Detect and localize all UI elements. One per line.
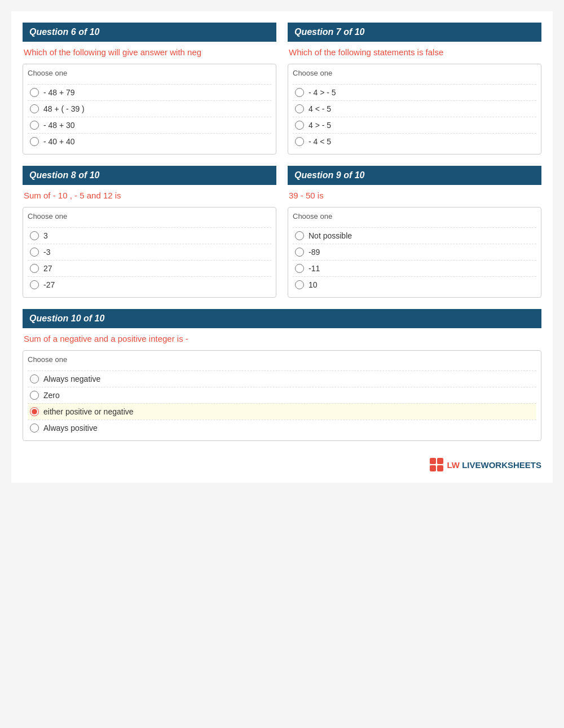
radio-q7c[interactable] bbox=[295, 121, 304, 130]
question-header-q8: Question 8 of 10 bbox=[23, 166, 276, 185]
choice-item-q6c[interactable]: - 48 + 30 bbox=[28, 117, 271, 133]
choice-item-q6b[interactable]: 48 + ( - 39 ) bbox=[28, 100, 271, 117]
choice-item-q10d[interactable]: Always positive bbox=[28, 420, 536, 436]
choice-label-q9c: -11 bbox=[309, 264, 320, 273]
footer-brand: LW LIVEWORKSHEETS bbox=[447, 460, 541, 470]
question-block-q10: Question 10 of 10Sum of a negative and a… bbox=[23, 309, 541, 441]
radio-q8a[interactable] bbox=[30, 231, 39, 240]
choice-label-q8b: -3 bbox=[43, 248, 50, 257]
choice-label-q7c: 4 > - 5 bbox=[309, 121, 331, 130]
choice-item-q7a[interactable]: - 4 > - 5 bbox=[293, 84, 536, 100]
liveworksheets-logo-icon bbox=[430, 458, 443, 471]
choice-item-q6d[interactable]: - 40 + 40 bbox=[28, 133, 271, 149]
radio-q7b[interactable] bbox=[295, 104, 304, 113]
choice-label-q10a: Always negative bbox=[43, 374, 100, 383]
question-text-q9: 39 - 50 is bbox=[288, 191, 541, 200]
radio-q10d[interactable] bbox=[30, 423, 39, 433]
choice-item-q8c[interactable]: 27 bbox=[28, 260, 271, 276]
question-block-q6: Question 6 of 10Which of the following w… bbox=[23, 23, 276, 155]
radio-q7d[interactable] bbox=[295, 137, 304, 146]
choice-label-q7b: 4 < - 5 bbox=[309, 104, 331, 113]
radio-q9a[interactable] bbox=[295, 231, 304, 240]
choice-item-q7c[interactable]: 4 > - 5 bbox=[293, 117, 536, 133]
radio-q8b[interactable] bbox=[30, 248, 39, 257]
radio-q6a[interactable] bbox=[30, 88, 39, 97]
choice-item-q9c[interactable]: -11 bbox=[293, 260, 536, 276]
radio-q7a[interactable] bbox=[295, 88, 304, 97]
choice-item-q9b[interactable]: -89 bbox=[293, 244, 536, 260]
radio-q6b[interactable] bbox=[30, 104, 39, 113]
choose-label-q7: Choose one bbox=[293, 69, 536, 80]
choice-item-q10b[interactable]: Zero bbox=[28, 387, 536, 403]
question-block-q7: Question 7 of 10Which of the following s… bbox=[288, 23, 541, 155]
choice-label-q10b: Zero bbox=[43, 391, 60, 400]
questions-grid: Question 6 of 10Which of the following w… bbox=[23, 23, 541, 441]
choice-item-q8a[interactable]: 3 bbox=[28, 227, 271, 244]
radio-q10c[interactable] bbox=[30, 407, 39, 416]
footer: LW LIVEWORKSHEETS bbox=[23, 458, 541, 471]
choice-item-q7b[interactable]: 4 < - 5 bbox=[293, 100, 536, 117]
choice-label-q6a: - 48 + 79 bbox=[43, 88, 75, 97]
choose-label-q10: Choose one bbox=[28, 355, 536, 366]
choice-label-q6d: - 40 + 40 bbox=[43, 137, 75, 146]
radio-q6d[interactable] bbox=[30, 137, 39, 146]
choice-item-q6a[interactable]: - 48 + 79 bbox=[28, 84, 271, 100]
question-block-q9: Question 9 of 1039 - 50 isChoose oneNot … bbox=[288, 166, 541, 298]
question-header-q10: Question 10 of 10 bbox=[23, 309, 541, 328]
choice-item-q10c[interactable]: either positive or negative bbox=[28, 403, 536, 420]
choice-label-q7a: - 4 > - 5 bbox=[309, 88, 336, 97]
choice-label-q9b: -89 bbox=[309, 248, 320, 257]
choose-label-q6: Choose one bbox=[28, 69, 271, 80]
radio-q8c[interactable] bbox=[30, 264, 39, 273]
choices-box-q6: Choose one- 48 + 7948 + ( - 39 )- 48 + 3… bbox=[23, 64, 276, 155]
question-header-q7: Question 7 of 10 bbox=[288, 23, 541, 42]
page: Question 6 of 10Which of the following w… bbox=[11, 11, 553, 483]
choice-label-q9d: 10 bbox=[309, 280, 318, 289]
choice-label-q10c: either positive or negative bbox=[43, 407, 134, 416]
choice-item-q8d[interactable]: -27 bbox=[28, 276, 271, 293]
choice-label-q7d: - 4 < 5 bbox=[309, 137, 331, 146]
choices-box-q7: Choose one- 4 > - 54 < - 54 > - 5- 4 < 5 bbox=[288, 64, 541, 155]
choice-item-q9a[interactable]: Not possible bbox=[293, 227, 536, 244]
question-text-q7: Which of the following statements is fal… bbox=[288, 47, 541, 57]
radio-q9d[interactable] bbox=[295, 280, 304, 289]
radio-q6c[interactable] bbox=[30, 121, 39, 130]
choose-label-q9: Choose one bbox=[293, 212, 536, 223]
question-text-q6: Which of the following will give answer … bbox=[23, 47, 276, 57]
question-header-q9: Question 9 of 10 bbox=[288, 166, 541, 185]
choice-label-q8a: 3 bbox=[43, 231, 48, 240]
choice-label-q8d: -27 bbox=[43, 280, 55, 289]
question-text-q10: Sum of a negative and a positive integer… bbox=[23, 334, 541, 343]
radio-q8d[interactable] bbox=[30, 280, 39, 289]
choices-box-q9: Choose oneNot possible-89-1110 bbox=[288, 207, 541, 298]
choice-item-q7d[interactable]: - 4 < 5 bbox=[293, 133, 536, 149]
radio-q10b[interactable] bbox=[30, 391, 39, 400]
radio-q9c[interactable] bbox=[295, 264, 304, 273]
radio-q9b[interactable] bbox=[295, 248, 304, 257]
choices-box-q8: Choose one3-327-27 bbox=[23, 207, 276, 298]
question-header-q6: Question 6 of 10 bbox=[23, 23, 276, 42]
footer-logo: LW LIVEWORKSHEETS bbox=[430, 458, 541, 471]
choices-box-q10: Choose oneAlways negativeZeroeither posi… bbox=[23, 350, 541, 441]
choice-item-q10a[interactable]: Always negative bbox=[28, 370, 536, 387]
question-block-q8: Question 8 of 10Sum of - 10 , - 5 and 12… bbox=[23, 166, 276, 298]
choice-item-q9d[interactable]: 10 bbox=[293, 276, 536, 293]
choice-item-q8b[interactable]: -3 bbox=[28, 244, 271, 260]
choice-label-q10d: Always positive bbox=[43, 423, 98, 433]
choice-label-q8c: 27 bbox=[43, 264, 52, 273]
choice-label-q6b: 48 + ( - 39 ) bbox=[43, 104, 85, 113]
radio-q10a[interactable] bbox=[30, 374, 39, 383]
choose-label-q8: Choose one bbox=[28, 212, 271, 223]
choice-label-q6c: - 48 + 30 bbox=[43, 121, 75, 130]
choice-label-q9a: Not possible bbox=[309, 231, 352, 240]
question-text-q8: Sum of - 10 , - 5 and 12 is bbox=[23, 191, 276, 200]
